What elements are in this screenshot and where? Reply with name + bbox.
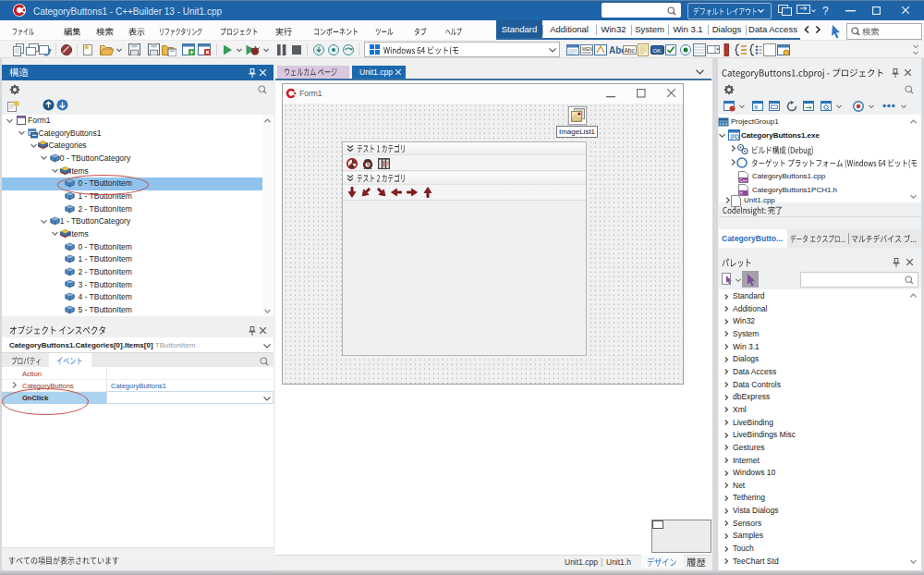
svg-text:Abc: Abc bbox=[624, 47, 635, 54]
svg-text:OK: OK bbox=[653, 48, 662, 54]
svg-text:Abc: Abc bbox=[609, 45, 623, 55]
svg-text:C++: C++ bbox=[739, 177, 748, 182]
svg-text:MEN: MEN bbox=[582, 46, 593, 52]
